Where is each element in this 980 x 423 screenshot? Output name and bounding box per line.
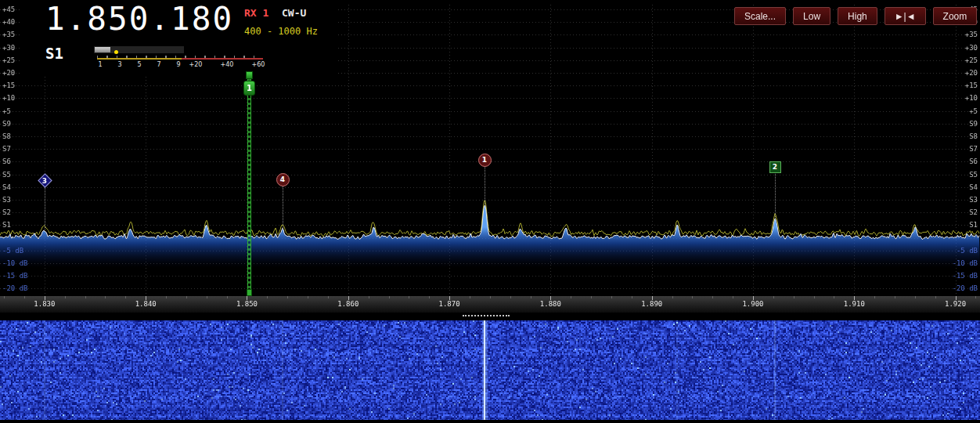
db-scale-label-right: S9 [969,120,978,128]
db-scale-label-right: S1 [969,221,978,229]
db-scale-label-right: S8 [969,132,978,140]
frequency-marker-4[interactable]: 4 [276,173,290,186]
scale-button[interactable]: Scale... [734,7,786,25]
marker-stem [283,186,283,230]
db-scale-label-left: +15 [2,81,15,89]
smeter-label-p60: +60 [252,61,265,68]
db-scale-label-left: S9 [2,120,11,128]
db-scale-label-left: +45 [2,5,15,13]
smeter-label-p20: +20 [189,61,203,68]
db-scale-label-right: -10 dB [952,259,978,267]
tuning-handle-bottom[interactable] [247,289,252,296]
db-scale-label-left: +10 [2,94,15,102]
db-scale-label-right: S4 [969,183,978,191]
freq-tick-label: 1.870 [439,300,460,308]
smeter-bar-track [94,46,184,53]
high-button[interactable]: High [838,7,877,25]
db-scale-label-left: -20 dB [2,284,28,292]
db-scale-label-left: S1 [2,221,11,229]
freq-tick-label: 1.890 [641,300,662,308]
waterfall-display[interactable] [0,320,980,420]
db-scale-label-left: -5 dB [2,247,23,255]
db-scale-label-left: S3 [2,196,11,204]
db-scale-label-left: S8 [2,132,11,140]
smeter-scale-high-line [182,58,263,60]
freq-tick-label: 1.880 [540,300,561,308]
smeter: 1 3 5 7 9 +20 +40 +60 [94,44,286,74]
tuning-flag[interactable]: 1 [243,81,255,96]
filter-range-label: 400 - 1000 Hz [244,26,318,37]
db-scale-label-left: +30 [2,44,15,52]
db-scale-label-right: S2 [969,208,978,216]
mode-label[interactable]: CW-U [282,7,306,19]
db-scale-label-left: -10 dB [2,259,28,267]
db-scale-label-right: +5 [969,107,978,115]
freq-tick-label: 1.900 [742,300,763,308]
smeter-label-9: 9 [176,61,180,68]
low-button[interactable]: Low [793,7,830,25]
db-scale-label-right: +25 [965,56,978,64]
db-scale-label-right: +20 [965,69,978,77]
db-scale-label-left: S5 [2,171,11,179]
db-scale-label-left: +35 [2,31,15,38]
freq-tick-label: 1.920 [945,300,966,308]
tuning-line[interactable] [247,74,251,290]
waterfall-passband-indicator [463,315,510,316]
smeter-peak-dot [114,50,118,54]
smeter-label-1: 1 [98,61,102,68]
db-scale-label-right: -15 dB [952,272,978,280]
db-scale-label-left: +25 [2,56,15,64]
db-scale-label-left: -15 dB [2,272,28,280]
frequency-marker-1[interactable]: 1 [478,154,492,167]
db-scale-label-right: -20 dB [952,284,978,292]
rx-label: RX 1 [244,7,268,19]
center-button[interactable]: ►|◄ [885,7,926,25]
db-scale-label-left: +40 [2,18,15,26]
marker-stem [45,187,45,230]
db-scale-label-right: +35 [965,31,978,38]
freq-tick-label: 1.830 [34,300,55,308]
smeter-scale-low-line [97,58,182,60]
smeter-value: S1 [45,45,63,62]
db-scale-label-left: S6 [2,157,11,165]
marker-stem [485,167,485,205]
smeter-label-5: 5 [137,61,141,68]
db-scale-label-left: S4 [2,183,11,191]
freq-tick-label: 1.910 [844,300,865,308]
sdr-window: 1.850.180 RX 1 CW-U 400 - 1000 Hz S1 1 3… [0,0,980,423]
frequency-display[interactable]: 1.850.180 [45,0,233,38]
freq-tick-label: 1.850 [236,300,258,308]
db-scale-label-left: S7 [2,145,11,153]
frequency-marker-2[interactable]: 2 [769,161,781,173]
smeter-label-7: 7 [157,61,160,68]
db-scale-label-right: S5 [969,171,978,179]
db-scale-label-left: S2 [2,208,11,216]
db-scale-label-right: S7 [969,145,978,153]
freq-tick-label: 1.860 [337,300,358,308]
db-scale-label-right: S3 [969,196,978,204]
smeter-bar-fill [95,47,110,52]
db-scale-label-left: +20 [2,69,15,77]
marker-stem [775,174,776,219]
vfo-panel: 1.850.180 RX 1 CW-U 400 - 1000 Hz S1 1 3… [22,0,337,75]
db-scale-label-right: S6 [969,157,978,165]
smeter-label-p40: +40 [221,61,234,68]
tuning-handle-top[interactable] [246,71,253,79]
db-scale-label-right: +10 [965,94,978,102]
zoom-button[interactable]: Zoom [933,7,978,25]
db-scale-label-right: -5 dB [957,247,978,255]
smeter-label-3: 3 [117,61,121,68]
db-scale-label-right: +30 [965,44,978,52]
freq-tick-label: 1.840 [135,300,157,308]
display-toolbar: Scale... Low High ►|◄ Zoom [734,7,977,25]
db-scale-label-right: +15 [965,81,978,89]
db-scale-label-left: +5 [2,107,11,115]
